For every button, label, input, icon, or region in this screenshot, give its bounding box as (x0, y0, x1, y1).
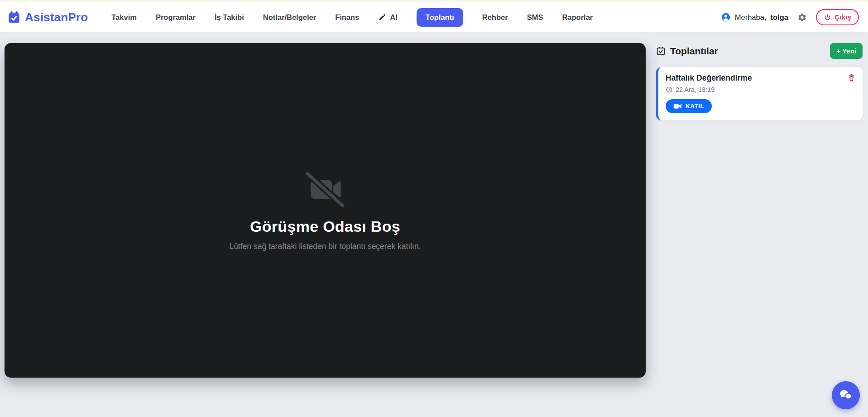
clock-icon (666, 86, 673, 93)
delete-meeting-button[interactable] (848, 73, 855, 82)
nav-item-programlar[interactable]: Programlar (156, 13, 196, 22)
meetings-panel: Toplantılar + Yeni Haftalık Değerlendirm… (656, 43, 863, 120)
user-avatar-icon (721, 12, 731, 22)
nav-item-ai[interactable]: AI (378, 13, 398, 22)
empty-room-subtitle: Lütfen sağ taraftaki listeden bir toplan… (229, 242, 421, 251)
brand-logo[interactable]: AsistanPro (7, 10, 88, 24)
nav-item-is-takibi[interactable]: İş Takibi (215, 13, 244, 22)
username: tolga (771, 13, 788, 22)
chat-bubbles-icon (838, 388, 854, 403)
navbar: AsistanPro Takvim Programlar İş Takibi N… (0, 2, 868, 33)
calendar-check-logo-icon (7, 10, 21, 24)
nav-item-toplanti-active[interactable]: Toplantı (417, 8, 463, 27)
chat-fab-button[interactable] (832, 381, 860, 409)
meeting-card: Haftalık Değerlendirme 2 (656, 67, 863, 120)
nav-item-notlar-belgeler[interactable]: Notlar/Belgeler (263, 13, 316, 22)
video-slash-icon (302, 170, 348, 209)
user-greeting: Merhaba, tolga (721, 12, 788, 22)
gear-icon (797, 13, 807, 22)
trash-icon (848, 73, 855, 82)
new-meeting-label: Yeni (842, 47, 856, 55)
nav-item-sms[interactable]: SMS (527, 13, 543, 22)
nav-item-ai-label: AI (390, 13, 398, 22)
navbar-right-cluster: Merhaba, tolga Çıkış (721, 9, 861, 25)
empty-room-title: Görüşme Odası Boş (250, 218, 400, 235)
meetings-panel-header: Toplantılar + Yeni (656, 43, 863, 59)
logout-button[interactable]: Çıkış (816, 9, 859, 25)
nav-menu: Takvim Programlar İş Takibi Notlar/Belge… (111, 8, 593, 27)
logout-label: Çıkış (834, 13, 851, 21)
brand-name: AsistanPro (25, 10, 88, 24)
plus-icon: + (836, 47, 840, 55)
meeting-card-top-row: Haftalık Değerlendirme (666, 73, 855, 83)
settings-button[interactable] (797, 13, 807, 22)
meeting-title: Haftalık Değerlendirme (666, 73, 752, 83)
nav-item-takvim[interactable]: Takvim (111, 13, 137, 22)
nav-item-raporlar[interactable]: Raporlar (562, 13, 593, 22)
video-camera-icon (673, 103, 682, 110)
calendar-check-icon (656, 46, 666, 56)
meeting-stage: Görüşme Odası Boş Lütfen sağ taraftaki l… (5, 43, 646, 378)
greeting-text: Merhaba, (735, 13, 767, 22)
meeting-datetime: 22 Ara, 13:19 (676, 86, 715, 93)
new-meeting-button[interactable]: + Yeni (830, 43, 863, 59)
power-icon (824, 14, 831, 21)
meetings-panel-title: Toplantılar (670, 46, 718, 57)
join-label: KATIL (686, 103, 704, 110)
join-meeting-button[interactable]: KATIL (666, 99, 712, 113)
nav-item-finans[interactable]: Finans (335, 13, 359, 22)
meeting-time-row: 22 Ara, 13:19 (666, 86, 855, 93)
nav-item-rehber[interactable]: Rehber (482, 13, 508, 22)
pencil-icon (378, 13, 386, 21)
meetings-panel-title-wrap: Toplantılar (656, 46, 718, 57)
